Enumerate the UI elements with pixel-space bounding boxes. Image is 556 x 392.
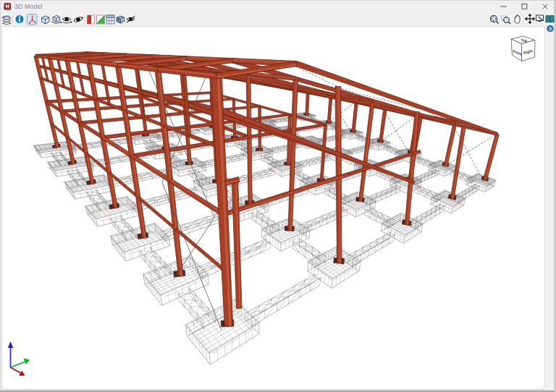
- svg-text:Top: Top: [521, 38, 528, 43]
- svg-text:?: ?: [549, 26, 552, 33]
- svg-text:3D Model: 3D Model: [14, 3, 43, 10]
